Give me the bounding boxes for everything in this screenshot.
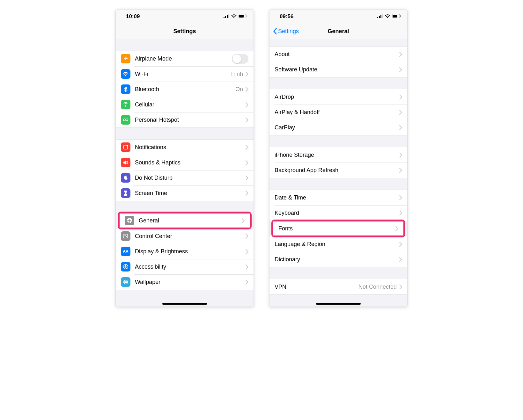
row-keyboard[interactable]: Keyboard xyxy=(269,205,407,221)
general-content[interactable]: About Software Update AirDrop AirPlay & … xyxy=(269,39,407,307)
airplane-icon: ✈ xyxy=(121,54,130,63)
status-bar: 09:56 xyxy=(269,10,407,24)
chevron-right-icon xyxy=(399,195,402,200)
svg-rect-2 xyxy=(227,15,228,18)
row-accessibility[interactable]: Accessibility xyxy=(116,259,254,274)
nav-back-label: Settings xyxy=(278,28,299,35)
row-label: Background App Refresh xyxy=(275,167,399,174)
bluetooth-icon xyxy=(121,84,130,94)
row-label: About xyxy=(275,51,399,58)
row-label: Personal Hotspot xyxy=(135,117,246,123)
general-group-3: iPhone Storage Background App Refresh xyxy=(269,147,407,178)
chevron-right-icon xyxy=(399,242,402,247)
svg-rect-1 xyxy=(225,16,226,18)
settings-screen: 10:09 Settings ✈ Airplane Mode xyxy=(116,10,254,307)
airplane-toggle[interactable] xyxy=(232,54,248,64)
row-display[interactable]: AA Display & Brightness xyxy=(116,244,254,259)
svg-point-7 xyxy=(123,119,126,121)
home-indicator[interactable] xyxy=(316,303,361,305)
nav-back-button[interactable]: Settings xyxy=(273,28,299,35)
row-label: General xyxy=(139,217,242,224)
highlight-fonts: Fonts xyxy=(271,220,405,237)
row-dictionary[interactable]: Dictionary xyxy=(269,252,407,267)
wallpaper-icon xyxy=(121,277,130,287)
svg-rect-17 xyxy=(379,16,380,18)
row-bg-refresh[interactable]: Background App Refresh xyxy=(269,163,407,178)
row-fonts[interactable]: Fonts xyxy=(273,221,403,235)
row-cellular[interactable]: Cellular xyxy=(116,97,254,112)
row-label: Sounds & Haptics xyxy=(135,159,246,166)
svg-point-10 xyxy=(127,145,128,146)
status-indicators xyxy=(224,13,247,20)
row-language[interactable]: Language & Region xyxy=(269,236,407,252)
settings-group-system: General Control Center AA Display & Brig… xyxy=(116,212,254,290)
status-bar: 10:09 xyxy=(116,10,254,24)
chevron-right-icon xyxy=(246,191,248,196)
chevron-right-icon xyxy=(246,87,248,92)
row-controlcenter[interactable]: Control Center xyxy=(116,228,254,244)
chevron-right-icon xyxy=(246,72,248,76)
row-general[interactable]: General xyxy=(120,214,250,228)
row-wifi[interactable]: Wi-Fi Trinh xyxy=(116,66,254,82)
status-time: 10:09 xyxy=(126,13,140,20)
row-airplane[interactable]: ✈ Airplane Mode xyxy=(116,51,254,66)
row-label: Wallpaper xyxy=(135,279,246,286)
row-sounds[interactable]: Sounds & Haptics xyxy=(116,155,254,170)
svg-point-14 xyxy=(125,265,126,266)
home-indicator[interactable] xyxy=(162,303,207,305)
svg-rect-6 xyxy=(247,15,247,17)
row-label: Do Not Disturb xyxy=(135,175,246,181)
row-label: Date & Time xyxy=(275,194,399,201)
chevron-right-icon xyxy=(399,153,402,157)
display-icon: AA xyxy=(121,247,130,256)
row-label: AirDrop xyxy=(275,94,399,100)
chevron-right-icon xyxy=(246,234,248,239)
row-bluetooth[interactable]: Bluetooth On xyxy=(116,82,254,97)
row-iphone-storage[interactable]: iPhone Storage xyxy=(269,147,407,163)
cellular-icon xyxy=(121,100,130,109)
row-label: Accessibility xyxy=(135,264,246,270)
row-screentime[interactable]: Screen Time xyxy=(116,185,254,201)
svg-rect-21 xyxy=(393,15,397,18)
general-screen: 09:56 Settings General About xyxy=(269,10,407,307)
svg-point-8 xyxy=(126,119,128,121)
svg-rect-5 xyxy=(239,15,244,18)
signal-icon xyxy=(224,13,229,20)
notifications-icon xyxy=(121,142,130,152)
chevron-right-icon xyxy=(246,118,248,122)
svg-rect-18 xyxy=(380,15,381,18)
settings-group-alerts: Notifications Sounds & Haptics Do Not Di… xyxy=(116,139,254,201)
wifi-icon xyxy=(231,13,237,20)
row-about[interactable]: About xyxy=(269,47,407,62)
row-label: Wi-Fi xyxy=(135,71,230,77)
row-label: CarPlay xyxy=(275,124,399,131)
row-dnd[interactable]: Do Not Disturb xyxy=(116,170,254,185)
row-software-update[interactable]: Software Update xyxy=(269,62,407,77)
row-wallpaper[interactable]: Wallpaper xyxy=(116,274,254,290)
row-carplay[interactable]: CarPlay xyxy=(269,120,407,135)
row-label: Screen Time xyxy=(135,190,246,197)
row-label: Cellular xyxy=(135,101,246,108)
settings-content[interactable]: ✈ Airplane Mode Wi-Fi Trinh Bluetooth On xyxy=(116,39,254,307)
battery-icon xyxy=(392,13,401,20)
screentime-icon xyxy=(121,188,130,198)
hotspot-icon xyxy=(121,115,130,125)
chevron-right-icon xyxy=(246,160,248,165)
chevron-right-icon xyxy=(399,285,402,289)
row-notifications[interactable]: Notifications xyxy=(116,140,254,155)
row-datetime[interactable]: Date & Time xyxy=(269,190,407,205)
row-label: Fonts xyxy=(278,225,395,232)
row-value: On xyxy=(235,86,243,93)
highlight-general: General xyxy=(118,212,252,229)
chevron-right-icon xyxy=(399,95,402,99)
svg-point-11 xyxy=(124,234,125,236)
chevron-right-icon xyxy=(246,145,248,150)
row-vpn[interactable]: VPN Not Connected xyxy=(269,279,407,294)
row-label: Notifications xyxy=(135,144,246,151)
row-airdrop[interactable]: AirDrop xyxy=(269,89,407,105)
row-label: AirPlay & Handoff xyxy=(275,109,399,116)
general-group-4: Date & Time Keyboard Fonts Language & Re… xyxy=(269,190,407,267)
row-label: VPN xyxy=(275,284,358,290)
row-airplay[interactable]: AirPlay & Handoff xyxy=(269,105,407,120)
row-hotspot[interactable]: Personal Hotspot xyxy=(116,112,254,127)
